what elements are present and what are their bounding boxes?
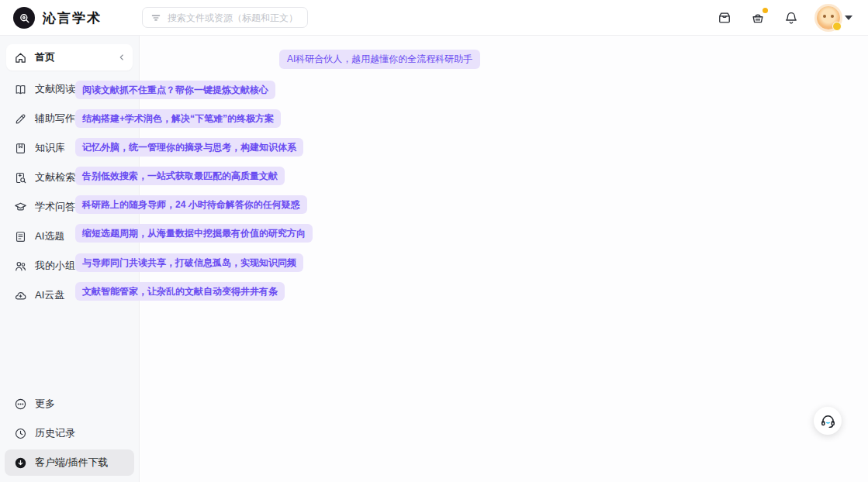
bell-icon[interactable] [783, 10, 799, 26]
topbar: 沁言学术 [0, 0, 868, 36]
sidebar-item-label: 历史记录 [35, 426, 75, 440]
brand-logo[interactable] [13, 7, 35, 29]
sidebar-item-history[interactable]: 历史记录 [0, 418, 139, 448]
collapse-sidebar-icon[interactable] [117, 53, 126, 62]
sidebar-item-client-download[interactable]: 客户端/插件下载 [5, 449, 134, 476]
sidebar-item-label: 首页 [35, 50, 55, 64]
topbar-actions [717, 0, 852, 36]
avatar[interactable] [817, 6, 840, 29]
avatar-badge [832, 22, 842, 31]
sidebar-item-label: 学术问答 [35, 200, 75, 214]
global-search[interactable] [142, 7, 308, 28]
sidebar-item-label: 辅助写作 [35, 112, 75, 126]
sidebar-item-label: AI选题 [35, 229, 64, 243]
grad-cap-icon [14, 201, 27, 214]
tooltip-reading: 阅读文献抓不住重点？帮你一键提炼文献核心 [75, 81, 275, 99]
gift-basket-icon[interactable] [750, 10, 766, 26]
cloud-icon [14, 289, 27, 302]
book-open-icon [14, 83, 27, 96]
user-menu[interactable] [817, 6, 852, 29]
chevron-down-icon [845, 15, 852, 20]
sidebar-item-label: 客户端/插件下载 [35, 456, 109, 470]
sidebar-item-label: 更多 [35, 397, 55, 411]
sidebar-item-label: 文献检索 [35, 170, 75, 184]
pen-icon [14, 112, 27, 126]
history-icon [14, 427, 27, 440]
sidebar-item-label: AI云盘 [35, 288, 64, 302]
doc-search-icon [14, 171, 27, 184]
notification-dot [763, 8, 768, 13]
sidebar-item-more[interactable]: 更多 [0, 389, 139, 418]
sidebar-footer: 更多 历史记录 客户端/插件下载 [0, 389, 139, 482]
tooltip-writing: 结构搭建+学术润色，解决“下笔难”的终极方案 [75, 109, 281, 128]
brand-name: 沁言学术 [43, 9, 102, 27]
headset-icon [820, 413, 836, 429]
tooltip-academic-qa: 科研路上的随身导师，24 小时待命解答你的任何疑惑 [75, 195, 307, 214]
doc-lines-icon [14, 230, 27, 243]
tooltip-my-groups: 与导师同门共读共享，打破信息孤岛，实现知识同频 [75, 253, 303, 272]
search-input[interactable] [168, 12, 299, 23]
sidebar-item-label: 知识库 [35, 141, 65, 155]
magnifier-logo-icon [18, 12, 31, 25]
bookmark-book-icon [14, 142, 27, 155]
home-icon [14, 51, 27, 64]
customer-service-button[interactable] [814, 407, 842, 435]
tooltip-ai-topic: 缩短选题周期，从海量数据中挖掘最有价值的研究方向 [75, 224, 313, 243]
download-circle-icon [14, 456, 27, 470]
tooltip-literature-search: 告别低效搜索，一站式获取最匹配的高质量文献 [75, 167, 285, 185]
sidebar-item-label: 文献阅读 [35, 82, 75, 96]
sidebar-item-label: 我的小组 [35, 259, 75, 273]
users-icon [14, 260, 27, 273]
tooltip-ai-cloud: 文献智能管家，让杂乱的文献自动变得井井有条 [75, 282, 285, 301]
tooltip-knowledge-base: 记忆外脑，统一管理你的摘录与思考，构建知识体系 [75, 138, 303, 157]
sidebar-item-home[interactable]: 首页 [6, 44, 133, 71]
filter-icon [150, 12, 161, 23]
more-circle-icon [14, 398, 27, 411]
resource-box-icon[interactable] [717, 10, 732, 26]
promo-banner: AI科研合伙人，越用越懂你的全流程科研助手 [279, 50, 480, 69]
